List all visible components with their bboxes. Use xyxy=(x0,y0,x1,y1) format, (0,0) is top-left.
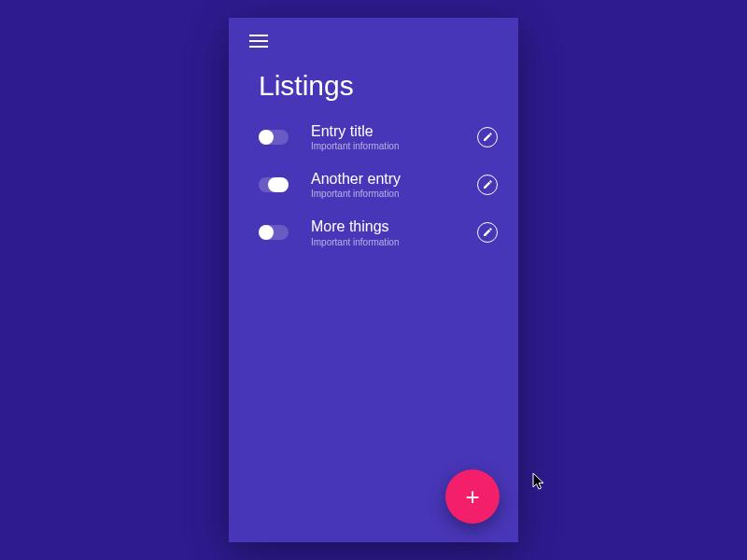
edit-icon[interactable] xyxy=(477,175,498,195)
plus-icon: + xyxy=(465,484,479,509)
entry-subtitle: Important information xyxy=(311,189,477,199)
list-item-text: Entry title Important information xyxy=(311,122,477,151)
entry-subtitle: Important information xyxy=(311,237,477,247)
hamburger-menu-icon[interactable] xyxy=(249,35,268,48)
entry-title: More things xyxy=(311,217,477,235)
toggle-switch[interactable] xyxy=(259,177,289,192)
list-item: Entry title Important information xyxy=(259,122,498,151)
listings-list: Entry title Important information Anothe… xyxy=(259,122,498,247)
toggle-switch[interactable] xyxy=(259,225,289,240)
list-item-text: More things Important information xyxy=(311,217,477,246)
entry-title: Another entry xyxy=(311,170,477,188)
page-title: Listings xyxy=(259,70,498,102)
toggle-switch[interactable] xyxy=(259,130,289,145)
edit-icon[interactable] xyxy=(477,127,498,147)
app-screen: Listings Entry title Important informati… xyxy=(229,18,518,542)
list-item: Another entry Important information xyxy=(259,170,498,199)
list-item: More things Important information xyxy=(259,217,498,246)
edit-icon[interactable] xyxy=(477,222,498,243)
entry-subtitle: Important information xyxy=(311,141,477,151)
list-item-text: Another entry Important information xyxy=(311,170,477,199)
mouse-cursor-icon xyxy=(532,472,547,493)
add-button[interactable]: + xyxy=(445,469,500,524)
entry-title: Entry title xyxy=(311,122,477,140)
